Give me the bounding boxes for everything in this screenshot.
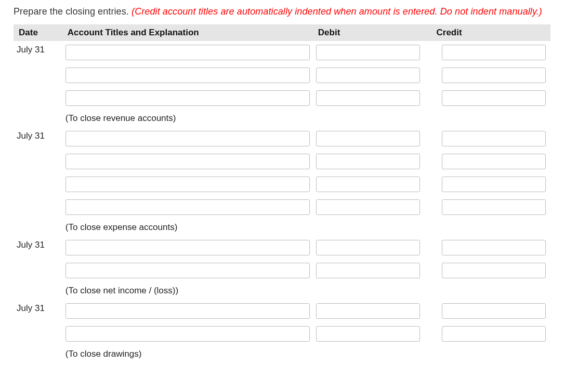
date-label: July 31	[17, 240, 45, 250]
debit-input[interactable]	[316, 263, 420, 278]
credit-input[interactable]	[442, 154, 546, 169]
debit-input[interactable]	[316, 177, 420, 192]
debit-input[interactable]	[316, 45, 420, 60]
instruction-note: (Credit account titles are automatically…	[132, 6, 542, 17]
date-cell: July 31	[14, 300, 62, 322]
header-debit: Debit	[313, 24, 431, 41]
credit-cell	[431, 87, 550, 110]
credit-input[interactable]	[442, 45, 546, 60]
date-label: July 31	[17, 303, 45, 313]
date-cell	[14, 259, 62, 282]
account-title-input[interactable]	[65, 240, 310, 255]
title-cell	[62, 236, 313, 259]
title-cell	[62, 127, 313, 150]
table-row: July 31	[14, 236, 550, 259]
credit-cell	[431, 173, 550, 196]
header-credit: Credit	[431, 24, 550, 41]
header-date: Date	[14, 24, 62, 41]
credit-input[interactable]	[442, 131, 546, 146]
date-cell	[14, 219, 62, 236]
account-title-input[interactable]	[65, 67, 310, 83]
credit-input[interactable]	[442, 240, 546, 255]
explanation-text: (To close revenue accounts)	[62, 110, 550, 127]
explanation-text: (To close expense accounts)	[62, 219, 550, 236]
debit-cell	[313, 87, 431, 110]
title-cell	[62, 173, 313, 196]
title-cell	[62, 322, 313, 345]
explanation-row: (To close net income / (loss))	[14, 282, 550, 300]
title-cell	[62, 196, 313, 219]
date-cell	[14, 173, 62, 196]
credit-input[interactable]	[442, 90, 546, 106]
date-cell	[14, 345, 62, 363]
date-cell	[14, 150, 62, 173]
credit-input[interactable]	[442, 67, 546, 83]
date-cell	[14, 196, 62, 219]
explanation-text: (To close drawings)	[62, 345, 550, 363]
credit-input[interactable]	[442, 303, 546, 319]
debit-cell	[313, 300, 431, 322]
table-row	[14, 173, 550, 196]
debit-cell	[313, 173, 431, 196]
title-cell	[62, 300, 313, 322]
explanation-row: (To close drawings)	[14, 345, 550, 363]
instruction-main: Prepare the closing entries.	[14, 6, 132, 17]
date-cell	[14, 322, 62, 345]
account-title-input[interactable]	[65, 177, 310, 192]
credit-cell	[431, 300, 550, 322]
table-row	[14, 64, 550, 87]
table-row	[14, 196, 550, 219]
debit-input[interactable]	[316, 326, 420, 342]
credit-cell	[431, 259, 550, 282]
debit-cell	[313, 196, 431, 219]
credit-input[interactable]	[442, 263, 546, 278]
debit-input[interactable]	[316, 90, 420, 106]
table-row	[14, 150, 550, 173]
date-cell: July 31	[14, 127, 62, 150]
debit-input[interactable]	[316, 303, 420, 319]
date-cell: July 31	[14, 41, 62, 64]
debit-input[interactable]	[316, 240, 420, 255]
account-title-input[interactable]	[65, 90, 310, 106]
credit-input[interactable]	[442, 326, 546, 342]
journal-table: Date Account Titles and Explanation Debi…	[14, 24, 550, 363]
credit-cell	[431, 127, 550, 150]
account-title-input[interactable]	[65, 131, 310, 146]
debit-input[interactable]	[316, 199, 420, 215]
title-cell	[62, 150, 313, 173]
debit-input[interactable]	[316, 154, 420, 169]
header-title: Account Titles and Explanation	[62, 24, 313, 41]
table-row: July 31	[14, 300, 550, 322]
credit-input[interactable]	[442, 199, 546, 215]
account-title-input[interactable]	[65, 326, 310, 342]
credit-cell	[431, 196, 550, 219]
title-cell	[62, 41, 313, 64]
account-title-input[interactable]	[65, 199, 310, 215]
account-title-input[interactable]	[65, 45, 310, 60]
debit-cell	[313, 259, 431, 282]
table-row	[14, 259, 550, 282]
debit-cell	[313, 150, 431, 173]
date-cell	[14, 64, 62, 87]
instruction-text: Prepare the closing entries. (Credit acc…	[14, 6, 550, 17]
debit-input[interactable]	[316, 67, 420, 83]
account-title-input[interactable]	[65, 263, 310, 278]
title-cell	[62, 64, 313, 87]
credit-cell	[431, 64, 550, 87]
debit-cell	[313, 127, 431, 150]
title-cell	[62, 259, 313, 282]
date-label: July 31	[17, 131, 45, 141]
explanation-row: (To close expense accounts)	[14, 219, 550, 236]
debit-cell	[313, 41, 431, 64]
table-row	[14, 322, 550, 345]
account-title-input[interactable]	[65, 303, 310, 319]
debit-cell	[313, 64, 431, 87]
explanation-text: (To close net income / (loss))	[62, 282, 550, 300]
title-cell	[62, 87, 313, 110]
debit-input[interactable]	[316, 131, 420, 146]
credit-input[interactable]	[442, 177, 546, 192]
credit-cell	[431, 322, 550, 345]
table-row	[14, 87, 550, 110]
account-title-input[interactable]	[65, 154, 310, 169]
date-cell	[14, 282, 62, 300]
